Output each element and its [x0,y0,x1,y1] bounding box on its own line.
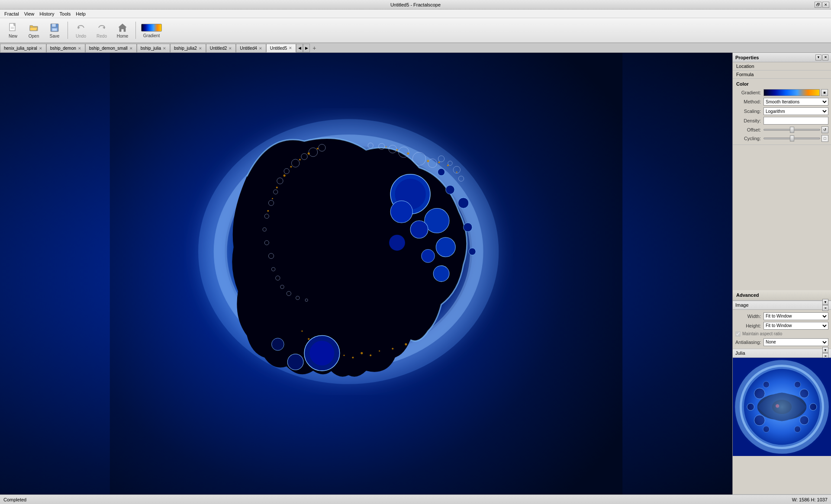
tab-untitled5[interactable]: Untitled5 ✕ [266,44,296,52]
density-input[interactable]: 0.25 [763,117,828,125]
offset-reset-button[interactable]: ↺ [821,126,828,133]
gradient-preview[interactable] [763,89,820,96]
svg-point-81 [301,331,303,332]
density-control: 0.25 [763,117,828,125]
svg-point-71 [392,348,393,350]
restore-button[interactable]: 🗗 [815,2,821,8]
width-label-text: Width: [735,314,763,319]
offset-slider[interactable] [763,129,820,131]
gradient-label: Gradient [143,33,160,38]
home-button[interactable]: Home [113,19,132,41]
julia-subpanel: Julia ▼ ✕ [733,349,831,495]
svg-marker-10 [119,24,126,32]
tab-close-untitled2[interactable]: ✕ [229,46,232,51]
advanced-title: Advanced [736,292,759,298]
tab-henix-julia-spiral[interactable]: henix_julia_spiral ✕ [0,44,46,52]
fractal-svg [0,53,732,494]
tab-bship-julia2[interactable]: bship_julia2 ✕ [170,44,206,52]
menu-fractal[interactable]: Fractal [2,10,22,17]
image-close-btn[interactable]: ✕ [822,305,828,311]
image-content: Width: Fit to Window 640 800 1024 1280 1… [733,310,831,349]
properties-spacer [733,145,831,290]
advanced-header: Advanced [733,290,831,301]
tab-close-bship-julia[interactable]: ✕ [163,46,166,51]
svg-point-85 [272,338,284,351]
tab-next-button[interactable]: ▶ [303,44,310,52]
scaling-select[interactable]: Logarithm Linear Square Root [763,107,828,115]
open-folder-icon [29,22,39,33]
height-select[interactable]: Fit to Window 480 600 768 1024 1080 [763,322,828,330]
svg-rect-5 [52,24,56,27]
svg-marker-8 [78,26,80,29]
tab-untitled2[interactable]: Untitled2 ✕ [206,44,236,52]
close-button[interactable]: ✕ [822,2,829,8]
svg-point-64 [299,159,301,161]
undo-button[interactable]: Undo [71,19,90,41]
undo-arrow-icon [76,22,86,33]
tab-close-untitled4[interactable]: ✕ [259,46,262,51]
canvas-area[interactable] [0,53,732,494]
new-button[interactable]: New [3,19,23,41]
gradient-edit-button[interactable]: ■ [821,89,828,96]
gradient-row: Gradient: ■ [735,88,828,97]
tab-bship-demon[interactable]: bship_demon ✕ [46,44,85,52]
antialiasing-select[interactable]: None 2x2 3x3 4x4 [763,338,828,346]
tab-close-bship-julia2[interactable]: ✕ [199,46,202,51]
menu-tools[interactable]: Tools [57,10,74,17]
julia-menu-btn[interactable]: ▼ [822,347,828,353]
image-subpanel-header: Image ▼ ✕ [733,301,831,310]
tab-bship-demon-small[interactable]: bship_demon_small ✕ [85,44,137,52]
properties-title: Properties [735,55,759,60]
save-button[interactable]: Save [45,19,64,41]
tab-untitled4[interactable]: Untitled4 ✕ [236,44,266,52]
aspect-ratio-row: Maintain aspect ratio [735,331,828,337]
properties-close-btn[interactable]: ✕ [822,55,828,61]
dimensions-text: W: 1586 H: 1037 [792,497,828,502]
properties-menu-btn[interactable]: ▼ [815,55,821,61]
julia-title: Julia [735,350,745,356]
svg-point-102 [737,362,826,451]
svg-point-63 [308,152,310,154]
open-button[interactable]: Open [24,19,43,41]
location-section[interactable]: Location [733,62,831,71]
svg-point-72 [379,350,380,352]
menu-help[interactable]: Help [73,10,88,17]
redo-button[interactable]: Redo [92,19,111,41]
tab-close-bship-demon-small[interactable]: ✕ [129,46,133,51]
offset-row: Offset: ↺ [735,125,828,134]
cycling-reset-button[interactable]: □ [821,135,828,142]
width-row: Width: Fit to Window 640 800 1024 1280 1… [735,311,828,321]
cycling-thumb[interactable] [790,135,794,141]
tab-prev-button[interactable]: ◀ [296,44,303,52]
image-subpanel: Image ▼ ✕ Width: Fit to Window 640 800 [733,301,831,349]
formula-section[interactable]: Formula [733,71,831,79]
svg-point-66 [283,174,286,177]
toolbar-divider-1 [68,22,68,39]
method-row: Method: Smooth Iterations Iteration Coun… [735,97,828,106]
image-menu-btn[interactable]: ▼ [822,299,828,305]
tab-bship-julia[interactable]: bship_julia ✕ [137,44,170,52]
antialiasing-control: None 2x2 3x3 4x4 [763,338,828,346]
menu-view[interactable]: View [22,10,37,17]
width-select[interactable]: Fit to Window 640 800 1024 1280 1920 [763,312,828,320]
svg-point-67 [276,186,278,188]
svg-point-70 [405,343,407,345]
menu-history[interactable]: History [37,10,57,17]
color-section: Color Gradient: ■ Method: Smooth Iterati… [733,79,831,145]
advanced-section: Advanced [733,290,831,301]
cycling-slider[interactable] [763,138,820,139]
svg-point-80 [308,338,309,340]
aspect-ratio-checkbox[interactable] [735,331,741,337]
method-control: Smooth Iterations Iteration Count Distan… [763,98,828,106]
tab-close-untitled5[interactable]: ✕ [289,46,292,50]
svg-point-16 [436,238,455,257]
method-select[interactable]: Smooth Iterations Iteration Count Distan… [763,98,828,106]
julia-preview[interactable] [733,358,831,456]
toolbar-divider-2 [135,22,136,39]
tab-close-henix[interactable]: ✕ [39,46,42,51]
tab-add-button[interactable]: + [310,44,319,52]
offset-thumb[interactable] [790,127,794,133]
tab-close-bship-demon[interactable]: ✕ [78,46,81,51]
gradient-button[interactable]: Gradient [139,19,164,41]
redo-label: Redo [97,34,107,39]
